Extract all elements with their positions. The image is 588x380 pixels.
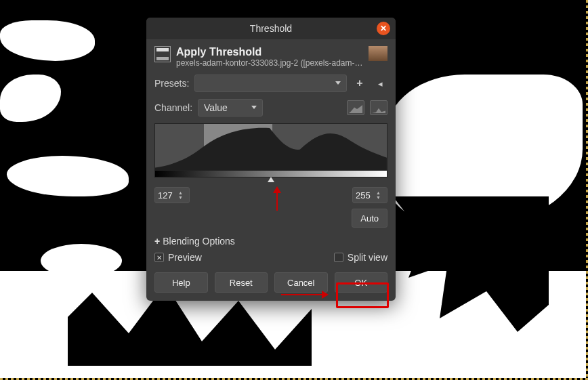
preview-checkbox[interactable]: Preview [154, 252, 202, 263]
channel-select[interactable]: Value [198, 99, 263, 117]
spin-down-icon[interactable]: ▼ [178, 195, 183, 200]
low-threshold-input[interactable] [155, 190, 178, 200]
chevron-down-icon [335, 81, 341, 85]
help-button[interactable]: Help [154, 272, 208, 293]
header-subtitle: pexels-adam-kontor-333083.jpg-2 ([pexels… [176, 58, 363, 68]
cancel-button[interactable]: Cancel [274, 272, 328, 293]
close-icon: ✕ [380, 24, 387, 33]
dialog-title: Threshold [250, 23, 292, 34]
chevron-down-icon [251, 106, 257, 109]
threshold-dialog: Threshold ✕ Apply Threshold pexels-adam-… [146, 18, 396, 301]
histogram-linear-icon[interactable] [347, 100, 364, 115]
threshold-handle[interactable] [268, 177, 274, 182]
checkbox-checked-icon [154, 253, 164, 262]
histogram-log-icon[interactable] [370, 100, 387, 115]
splitview-label: Split view [348, 252, 387, 263]
high-threshold-input[interactable] [353, 190, 376, 200]
add-preset-button[interactable] [352, 76, 367, 91]
high-threshold-spinner[interactable]: ▲▼ [352, 187, 387, 203]
reset-button[interactable]: Reset [215, 272, 268, 293]
dialog-titlebar[interactable]: Threshold ✕ [146, 18, 396, 39]
presets-select[interactable] [194, 75, 347, 92]
spin-up-icon[interactable]: ▲ [376, 190, 381, 195]
histogram[interactable] [154, 123, 387, 171]
threshold-track[interactable] [154, 177, 387, 184]
spin-down-icon[interactable]: ▼ [376, 195, 381, 200]
checkbox-icon [334, 253, 343, 262]
threshold-tool-icon [154, 46, 171, 62]
image-thumbnail [369, 46, 387, 61]
auto-button[interactable]: Auto [352, 209, 387, 228]
blending-options-label: Blending Options [163, 236, 235, 247]
blending-options-disclose[interactable]: + Blending Options [154, 236, 387, 247]
spin-up-icon[interactable]: ▲ [178, 190, 183, 195]
channel-value: Value [204, 102, 228, 113]
preset-menu-button[interactable] [373, 76, 387, 91]
channel-label: Channel: [154, 102, 192, 113]
preview-label: Preview [168, 252, 202, 263]
histogram-curve [155, 124, 387, 171]
annotation-arrow-right [281, 294, 327, 295]
low-threshold-spinner[interactable]: ▲▼ [154, 187, 190, 203]
splitview-checkbox[interactable]: Split view [334, 252, 387, 263]
header-title: Apply Threshold [176, 46, 363, 58]
close-button[interactable]: ✕ [377, 22, 390, 35]
presets-label: Presets: [154, 78, 189, 89]
ok-button[interactable]: OK [335, 272, 388, 293]
annotation-arrow-up [273, 186, 281, 193]
expand-icon: + [154, 236, 160, 247]
